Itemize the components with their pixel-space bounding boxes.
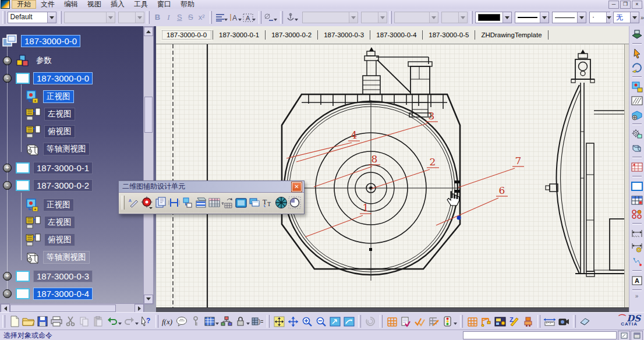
copy-sheets-icon[interactable] (154, 195, 167, 210)
tree-sheet-label[interactable]: 187-3000-0-3 (33, 270, 93, 282)
toolbar-grip[interactable] (537, 315, 540, 328)
new-file-icon[interactable] (8, 314, 22, 328)
tab-template[interactable]: ZHDrawingTemplate (475, 29, 547, 41)
view-circle-icon[interactable] (288, 195, 301, 210)
tree-vscroll-thumb[interactable] (144, 97, 153, 133)
menu-tools[interactable]: 工具 (129, 1, 153, 8)
open-folder-icon[interactable] (22, 314, 36, 328)
graphic-color-combo[interactable] (475, 12, 512, 23)
text-TT-icon[interactable]: TT (261, 195, 274, 210)
strikethrough-button[interactable]: S (185, 12, 196, 23)
chevron-down-icon[interactable] (577, 12, 586, 23)
chevron-down-icon[interactable] (47, 12, 56, 23)
tree-view-row[interactable]: 左视图 (26, 216, 75, 229)
zoom-out-icon[interactable] (314, 314, 328, 328)
pan-icon[interactable] (286, 314, 300, 328)
tree-view-row[interactable]: 等轴测视图 (26, 251, 90, 264)
tree-view-row[interactable]: + 正视图 (26, 199, 74, 211)
collapse-icon[interactable]: - (3, 289, 12, 298)
cascade-windows-icon[interactable] (247, 195, 261, 210)
window-layout-icon[interactable] (493, 314, 507, 328)
tree-sheet-label[interactable]: 187-3000-0-2 (33, 179, 93, 192)
chevron-down-icon[interactable] (135, 12, 144, 23)
toolbar-grip[interactable] (259, 11, 261, 24)
tree-sheet-label[interactable]: 187-3000-0-4 (33, 288, 93, 300)
grid-transform-icon[interactable] (221, 195, 234, 210)
target-point-icon[interactable] (140, 195, 154, 210)
command-input[interactable] (463, 331, 617, 339)
expand-icon[interactable]: + (3, 164, 12, 172)
toolbar-grip[interactable] (2, 315, 5, 328)
dimension-chain-icon[interactable] (631, 227, 643, 240)
selection-point[interactable] (457, 216, 461, 220)
2d-aux-design-toolbar[interactable]: 二维图辅助设计单元 ✕ A TT (118, 180, 305, 214)
sheet-check-icon[interactable] (399, 314, 413, 328)
measure-ruler-icon[interactable] (543, 314, 557, 328)
dimension-auto-icon[interactable] (631, 241, 643, 254)
scroll-left-icon[interactable] (1, 304, 10, 312)
tree-view-label[interactable]: 俯视图 (44, 125, 75, 138)
scroll-down-icon[interactable] (144, 295, 153, 304)
fit-all-icon[interactable] (272, 314, 286, 328)
crane-tool-icon[interactable] (479, 314, 493, 328)
tree-view-label[interactable]: 等轴测视图 (43, 251, 90, 264)
menu-view[interactable]: 视图 (83, 1, 106, 8)
toolbar-grip[interactable] (59, 11, 62, 24)
tolerance-value-combo[interactable] (441, 12, 468, 23)
toolbar-grip[interactable] (210, 11, 213, 24)
table-grid-icon[interactable] (207, 195, 221, 210)
redo-icon[interactable] (122, 314, 136, 328)
tree-hscroll-thumb[interactable] (10, 304, 116, 312)
toolbar-grip[interactable] (155, 315, 158, 328)
verify-checks-icon[interactable] (413, 314, 427, 328)
save-icon[interactable] (36, 314, 49, 328)
print-icon[interactable] (49, 314, 63, 328)
tree-view-row[interactable]: 俯视图 (26, 233, 75, 246)
render-mode-combo[interactable]: 无 (613, 12, 639, 23)
fly-mode-icon[interactable] (342, 314, 356, 328)
tree-view-row[interactable]: 俯视图 (26, 125, 75, 138)
tree-sheet-row[interactable]: - 187-3000-0-4 (3, 287, 93, 300)
paste-views-icon[interactable] (181, 195, 194, 210)
eraser-icon[interactable] (578, 314, 592, 328)
tab-sheet[interactable]: 187-3000-0-2 (266, 29, 317, 41)
robot-tool-icon[interactable] (521, 314, 535, 328)
style-combo[interactable]: Default (8, 12, 57, 23)
toolbar-overflow-chevron[interactable]: » (641, 14, 644, 21)
sketch-z-icon[interactable]: Z (507, 314, 521, 328)
menu-start[interactable]: 开始 (12, 0, 36, 9)
toolbar-grip[interactable] (358, 315, 361, 328)
dimension-h-icon[interactable] (167, 195, 181, 210)
copy-icon[interactable] (77, 314, 91, 328)
tree-sheet-row[interactable]: - 187-3000-0-0 (3, 72, 93, 84)
tree-sheet-label[interactable]: 187-3000-0-0 (33, 72, 93, 84)
toolbar-grip[interactable] (573, 315, 576, 328)
chevron-down-icon[interactable] (378, 12, 387, 23)
tree-view-label[interactable]: 等轴测视图 (43, 143, 90, 155)
tab-sheet[interactable]: 187-3000-0-0 (161, 29, 213, 41)
paste-icon[interactable] (91, 314, 105, 328)
scroll-up-icon[interactable] (144, 27, 153, 36)
new-view-icon[interactable] (631, 80, 643, 93)
tree-sheet-row[interactable]: + 187-3000-0-1 (3, 161, 93, 174)
collapse-icon[interactable]: - (3, 74, 12, 83)
render-equation-icon[interactable]: )= (250, 314, 264, 328)
chevron-down-icon[interactable] (429, 12, 438, 23)
toolbar-grip[interactable] (470, 11, 473, 24)
frame-create-icon[interactable] (427, 314, 441, 328)
grid-snap2-icon[interactable] (465, 314, 479, 328)
toolbar-grip[interactable] (390, 11, 392, 24)
tree-sheet-label[interactable]: 187-3000-0-1 (33, 162, 93, 174)
zoom-in-icon[interactable] (300, 314, 314, 328)
projection-box-icon[interactable] (631, 141, 643, 154)
catalog-browser-icon[interactable] (631, 61, 643, 74)
toolbar-grip[interactable] (460, 315, 463, 328)
view-wizard-icon[interactable] (631, 108, 643, 121)
underline-button[interactable]: S (174, 12, 185, 23)
dialog-toggle-icon[interactable] (631, 331, 643, 340)
menu-window[interactable]: 窗口 (153, 1, 176, 8)
tree-view-row[interactable]: 等轴测视图 (26, 143, 90, 155)
tree-view-label[interactable]: 正视图 (43, 90, 74, 103)
tree-view-row[interactable]: + 正视图 (26, 90, 74, 103)
menu-file[interactable]: 文件 (36, 1, 59, 8)
